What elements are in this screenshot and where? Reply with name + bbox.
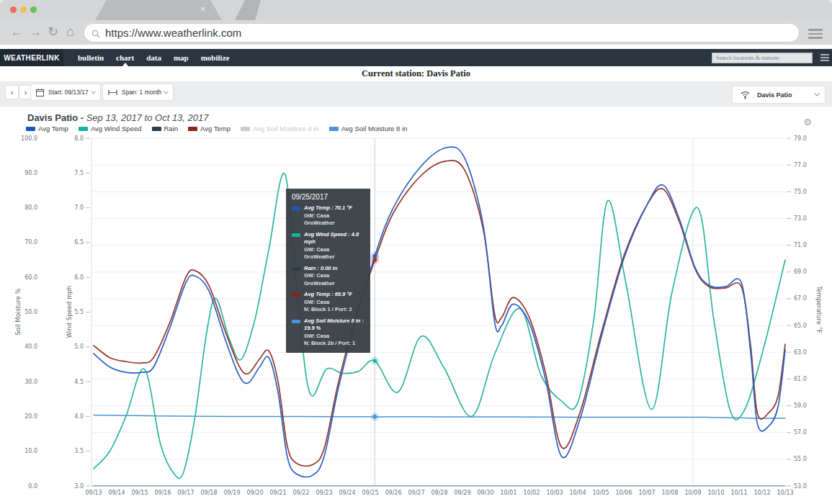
nav-item-map[interactable]: map bbox=[172, 49, 190, 66]
x-axis-label: 10/04 bbox=[569, 490, 586, 496]
chart-plot[interactable]: 100.090.080.070.060.050.040.030.020.010.… bbox=[6, 107, 826, 500]
data-point-marker[interactable] bbox=[373, 359, 377, 363]
wind-tick-label: 4.0 bbox=[74, 413, 84, 420]
reload-icon[interactable]: ↻ bbox=[48, 24, 58, 39]
tooltip-swatch bbox=[292, 320, 300, 323]
x-axis-label: 10/10 bbox=[707, 490, 724, 496]
temp-tick-label: 59.0 bbox=[794, 402, 807, 409]
wind-tick-label: 5.0 bbox=[74, 343, 84, 350]
series-line-0 bbox=[94, 147, 785, 477]
start-date-select[interactable]: Start: 09/13/17 bbox=[31, 84, 100, 100]
soil-tick-label: 0.0 bbox=[28, 483, 37, 490]
span-range-icon bbox=[108, 89, 117, 96]
temp-tick-label: 63.0 bbox=[794, 349, 807, 356]
wind-tick-label: 3.0 bbox=[74, 483, 84, 490]
x-axis-label: 09/23 bbox=[316, 490, 332, 496]
wind-tick-label: 4.5 bbox=[74, 379, 84, 385]
prev-period-button[interactable]: ‹ bbox=[6, 86, 18, 99]
nav-item-bulletin[interactable]: bulletin bbox=[76, 49, 105, 66]
url-text[interactable]: https://www.weatherlink.com bbox=[105, 27, 241, 39]
tooltip-swatch bbox=[292, 293, 300, 297]
temp-tick-label: 57.0 bbox=[794, 429, 807, 436]
chart-tooltip: 09/25/2017 Avg Temp : 70.1 °FGW: CasaGro… bbox=[286, 189, 370, 353]
tooltip-entry: Avg Wind Speed : 4.8 mphGW: CasaGroWeath… bbox=[292, 231, 364, 261]
next-period-button[interactable]: › bbox=[19, 86, 32, 99]
wind-tick-label: 7.5 bbox=[74, 170, 84, 176]
temp-tick-label: 65.0 bbox=[794, 323, 807, 329]
chart-card: Davis Patio - Sep 13, 2017 to Oct 13, 20… bbox=[6, 107, 826, 500]
nav-item-data[interactable]: data bbox=[145, 49, 163, 66]
browser-tab[interactable] bbox=[85, 0, 232, 20]
data-point-marker[interactable] bbox=[373, 258, 377, 262]
x-axis-label: 10/01 bbox=[500, 490, 516, 496]
x-axis-label: 10/02 bbox=[523, 490, 540, 496]
soil-tick-label: 10.0 bbox=[24, 448, 37, 454]
nav-item-mobilize[interactable]: mobilize bbox=[200, 49, 231, 66]
tooltip-entry: Rain : 0.00 inGW: CasaGroWeather bbox=[292, 265, 364, 288]
weatherlink-logo[interactable]: WEATHERLINK bbox=[0, 49, 63, 66]
tab-close-icon[interactable]: × bbox=[200, 4, 206, 15]
temp-tick-label: 53.0 bbox=[794, 483, 807, 490]
x-axis-label: 09/20 bbox=[246, 490, 263, 496]
tooltip-lines: Avg Temp : 69.9 °FGW: CasaN: Block 1 / P… bbox=[304, 291, 352, 314]
chevron-down-icon bbox=[814, 93, 820, 96]
x-axis-label: 09/14 bbox=[108, 490, 125, 496]
x-axis-label: 09/13 bbox=[85, 490, 102, 496]
x-axis-label: 10/05 bbox=[592, 490, 609, 496]
temp-tick-label: 73.0 bbox=[794, 215, 807, 222]
tooltip-lines: Rain : 0.00 inGW: CasaGroWeather bbox=[304, 265, 337, 288]
x-axis-label: 09/16 bbox=[154, 490, 171, 496]
maximize-window-button[interactable] bbox=[30, 6, 37, 13]
x-axis-label: 09/24 bbox=[339, 490, 355, 496]
nav-menu: bulletin chart data map mobilize bbox=[76, 49, 231, 66]
new-tab-button[interactable] bbox=[235, 0, 261, 20]
wind-tick-label: 6.5 bbox=[74, 239, 84, 246]
x-axis-label: 09/21 bbox=[269, 490, 286, 496]
soil-axis-title: Soil Moisture % bbox=[14, 288, 22, 335]
current-station-label: Current station: Davis Patio bbox=[362, 68, 470, 79]
station-search-input[interactable] bbox=[712, 53, 813, 63]
tooltip-date: 09/25/2017 bbox=[292, 193, 364, 201]
tooltip-entry: Avg Temp : 69.9 °FGW: CasaN: Block 1 / P… bbox=[292, 291, 364, 314]
start-date-label: Start: 09/13/17 bbox=[48, 89, 91, 96]
wifi-station-icon bbox=[740, 90, 751, 99]
station-select[interactable]: Davis Patio bbox=[733, 86, 825, 103]
x-axis-label: 09/25 bbox=[362, 490, 378, 496]
tooltip-swatch bbox=[292, 207, 300, 210]
soil-tick-label: 20.0 bbox=[24, 413, 37, 420]
x-axis-label: 09/22 bbox=[292, 490, 309, 496]
nav-item-chart[interactable]: chart bbox=[115, 49, 135, 66]
temp-tick-label: 69.0 bbox=[794, 269, 807, 275]
close-window-button[interactable] bbox=[10, 6, 17, 13]
series-line-4 bbox=[94, 415, 785, 419]
data-point-marker[interactable] bbox=[373, 415, 377, 419]
x-axis-label: 10/06 bbox=[615, 490, 632, 496]
x-axis-label: 09/28 bbox=[431, 490, 447, 496]
temp-tick-label: 79.0 bbox=[794, 135, 807, 142]
soil-tick-label: 60.0 bbox=[24, 274, 37, 281]
tooltip-lines: Avg Temp : 70.1 °FGW: CasaGroWeather bbox=[304, 204, 352, 228]
calendar-icon bbox=[36, 89, 44, 96]
temp-tick-label: 55.0 bbox=[794, 456, 807, 462]
x-axis-label: 09/15 bbox=[131, 490, 148, 496]
home-icon[interactable]: ⌂ bbox=[66, 24, 74, 39]
browser-tab-strip: × bbox=[0, 0, 832, 20]
soil-tick-label: 30.0 bbox=[24, 379, 37, 385]
menu-icon[interactable] bbox=[808, 29, 823, 41]
x-axis-label: 10/13 bbox=[777, 490, 793, 496]
span-select[interactable]: Span: 1 month bbox=[103, 84, 173, 100]
current-station-bar: Current station: Davis Patio bbox=[0, 66, 832, 81]
soil-tick-label: 40.0 bbox=[24, 343, 37, 350]
minimize-window-button[interactable] bbox=[20, 6, 27, 13]
x-axis-label: 10/12 bbox=[753, 490, 770, 496]
soil-tick-label: 90.0 bbox=[24, 170, 37, 176]
list-icon[interactable] bbox=[820, 54, 829, 63]
station-select-label: Davis Patio bbox=[757, 91, 814, 99]
temp-tick-label: 61.0 bbox=[794, 376, 807, 382]
back-icon[interactable]: ← bbox=[10, 24, 23, 39]
x-axis-label: 09/17 bbox=[177, 490, 194, 496]
wind-tick-label: 5.5 bbox=[74, 309, 84, 315]
x-axis-label: 10/08 bbox=[661, 490, 678, 496]
chevron-down-icon bbox=[91, 91, 96, 94]
forward-icon[interactable]: → bbox=[29, 24, 42, 39]
